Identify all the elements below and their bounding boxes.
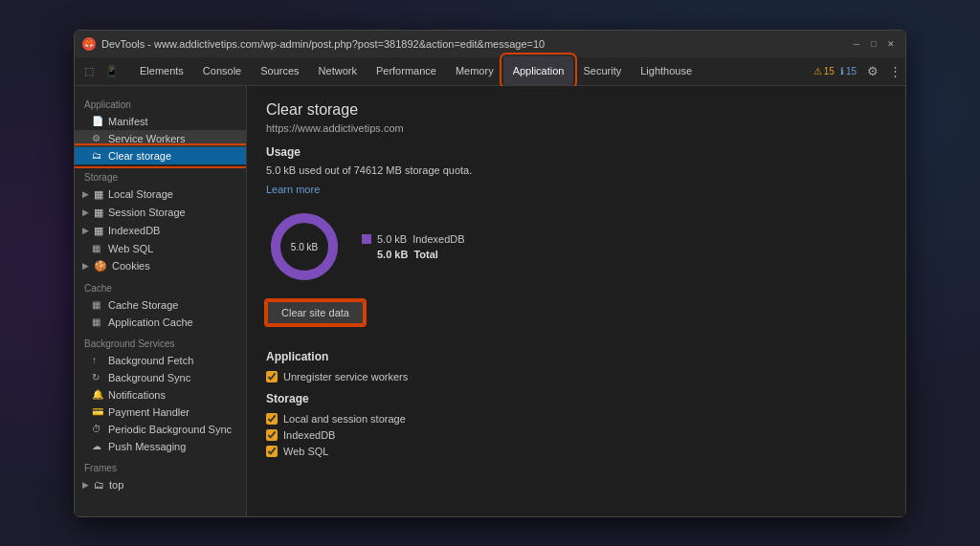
sidebar-item-service-workers[interactable]: ⚙ Service Workers (75, 130, 246, 147)
sidebar-item-cache-storage[interactable]: ▦ Cache Storage (75, 296, 246, 314)
sidebar-item-bg-sync[interactable]: ↻ Background Sync (75, 369, 246, 386)
more-options-icon[interactable]: ⋮ (889, 64, 902, 78)
checkbox-local-session[interactable]: Local and session storage (266, 413, 886, 425)
device-icon[interactable]: 📱 (101, 60, 122, 81)
checkbox-unregister-sw[interactable]: Unregister service workers (266, 371, 886, 382)
sidebar-label-application-cache: Application Cache (108, 317, 193, 328)
checkbox-indexeddb[interactable]: IndexedDB (266, 429, 886, 441)
sidebar-label-periodic-bg-sync: Periodic Background Sync (108, 424, 232, 435)
maximize-button[interactable]: □ (867, 37, 880, 51)
clear-site-data-button[interactable]: Clear site data (266, 300, 365, 325)
usage-section-title: Usage (266, 145, 886, 159)
tab-network[interactable]: Network (309, 56, 367, 85)
app-section-title: Application (266, 350, 886, 363)
legend-label-indexeddb: IndexedDB (412, 233, 464, 245)
sidebar-label-bg-sync: Background Sync (108, 372, 190, 383)
tab-sources[interactable]: Sources (251, 56, 308, 85)
legend-color-total (362, 250, 371, 259)
sidebar-label-push-messaging: Push Messaging (108, 441, 186, 452)
window-controls: ─ □ ✕ (850, 37, 898, 51)
sidebar-item-local-storage[interactable]: ▶ ▦ Local Storage (75, 186, 246, 204)
local-storage-arrow: ▶ (82, 189, 89, 199)
sidebar-item-clear-storage[interactable]: 🗂 Clear storage (75, 147, 246, 164)
tab-console[interactable]: Console (193, 56, 251, 85)
storage-legend: 5.0 kB IndexedDB 5.0 kB Total (362, 233, 465, 260)
donut-label: 5.0 kB (291, 241, 318, 251)
info-count: 15 (846, 66, 857, 76)
sidebar-item-payment-handler[interactable]: 💳 Payment Handler (75, 404, 246, 421)
sidebar-label-cache-storage: Cache Storage (108, 299, 178, 311)
indexeddb-cb-label: IndexedDB (283, 429, 335, 441)
sidebar-item-bg-fetch[interactable]: ↑ Background Fetch (75, 352, 246, 369)
info-badge[interactable]: ℹ 15 (840, 66, 857, 76)
sidebar-item-indexeddb[interactable]: ▶ ▦ IndexedDB (75, 222, 246, 240)
legend-item-total: 5.0 kB Total (362, 249, 465, 260)
window-title: DevTools - www.addictivetips.com/wp-admi… (101, 38, 545, 50)
storage-visual: 5.0 kB 5.0 kB IndexedDB 5.0 kB Total (266, 208, 886, 285)
sidebar-label-clear-storage: Clear storage (108, 150, 171, 162)
web-sql-checkbox[interactable] (266, 446, 278, 457)
sidebar-section-bg-services: Background Services (75, 331, 246, 352)
legend-value-indexeddb: 5.0 kB (377, 233, 407, 245)
legend-color-indexeddb (362, 234, 371, 244)
sidebar-item-application-cache[interactable]: ▦ Application Cache (75, 314, 246, 331)
tab-bar-right: ⚠ 15 ℹ 15 ⚙ ⋮ (813, 60, 902, 81)
unregister-sw-checkbox[interactable] (266, 371, 278, 382)
sidebar-item-periodic-bg-sync[interactable]: ⏱ Periodic Background Sync (75, 421, 246, 438)
sidebar-item-notifications[interactable]: 🔔 Notifications (75, 386, 246, 404)
sidebar-item-web-sql[interactable]: ▦ Web SQL (75, 240, 246, 257)
sidebar-item-cookies[interactable]: ▶ 🍪 Cookies (75, 257, 246, 275)
sidebar-section-storage: Storage (75, 164, 246, 186)
local-storage-icon: ▦ (94, 188, 103, 201)
checkbox-web-sql[interactable]: Web SQL (266, 446, 886, 457)
service-workers-icon: ⚙ (92, 133, 103, 143)
sidebar-label-service-workers: Service Workers (108, 133, 185, 144)
web-sql-cb-label: Web SQL (283, 446, 329, 457)
top-frame-arrow: ▶ (82, 480, 89, 490)
tab-performance[interactable]: Performance (367, 56, 446, 85)
close-button[interactable]: ✕ (884, 37, 898, 51)
legend-item-indexeddb: 5.0 kB IndexedDB (362, 233, 465, 245)
sidebar-label-indexeddb: IndexedDB (108, 225, 160, 236)
devtools-icons: ⬚ 📱 (78, 60, 122, 81)
tab-security[interactable]: Security (573, 56, 631, 85)
sidebar-item-push-messaging[interactable]: ☁ Push Messaging (75, 438, 246, 455)
application-cache-icon: ▦ (92, 317, 103, 327)
donut-chart: 5.0 kB (266, 208, 343, 285)
sidebar-section-frames: Frames (75, 455, 246, 476)
cookies-arrow: ▶ (82, 261, 89, 271)
minimize-button[interactable]: ─ (850, 37, 863, 51)
session-storage-icon: ▦ (94, 207, 103, 219)
indexeddb-checkbox[interactable] (266, 429, 278, 441)
sidebar: Application 📄 Manifest ⚙ Service Workers… (75, 86, 247, 516)
bg-sync-icon: ↻ (92, 372, 103, 382)
warning-badge[interactable]: ⚠ 15 (813, 66, 835, 76)
local-session-checkbox[interactable] (266, 413, 278, 425)
sidebar-item-manifest[interactable]: 📄 Manifest (75, 113, 246, 130)
local-session-label: Local and session storage (283, 413, 406, 425)
sidebar-item-top-frame[interactable]: ▶ 🗂 top (75, 476, 246, 493)
top-frame-icon: 🗂 (94, 479, 104, 491)
sidebar-label-local-storage: Local Storage (108, 188, 173, 200)
sidebar-label-web-sql: Web SQL (108, 243, 154, 254)
sidebar-section-application: Application (75, 92, 246, 113)
sidebar-section-cache: Cache (75, 275, 246, 296)
main-area: Application 📄 Manifest ⚙ Service Workers… (75, 86, 905, 516)
usage-text: 5.0 kB used out of 74612 MB storage quot… (266, 164, 886, 176)
learn-more-link[interactable]: Learn more (266, 184, 320, 195)
tab-application[interactable]: Application (503, 56, 574, 85)
indexeddb-arrow: ▶ (82, 226, 89, 235)
sidebar-label-session-storage: Session Storage (108, 207, 186, 218)
session-storage-arrow: ▶ (82, 207, 89, 217)
tab-elements[interactable]: Elements (130, 56, 193, 85)
inspect-icon[interactable]: ⬚ (78, 60, 100, 81)
title-bar: 🦊 DevTools - www.addictivetips.com/wp-ad… (75, 31, 905, 57)
settings-icon[interactable]: ⚙ (862, 60, 883, 81)
web-sql-icon: ▦ (92, 243, 103, 253)
sidebar-label-bg-fetch: Background Fetch (108, 355, 193, 366)
legend-label-total: Total (413, 249, 437, 260)
tab-lighthouse[interactable]: Lighthouse (631, 56, 702, 85)
tab-memory[interactable]: Memory (446, 56, 503, 85)
favicon-icon: 🦊 (82, 37, 96, 51)
sidebar-item-session-storage[interactable]: ▶ ▦ Session Storage (75, 204, 246, 222)
